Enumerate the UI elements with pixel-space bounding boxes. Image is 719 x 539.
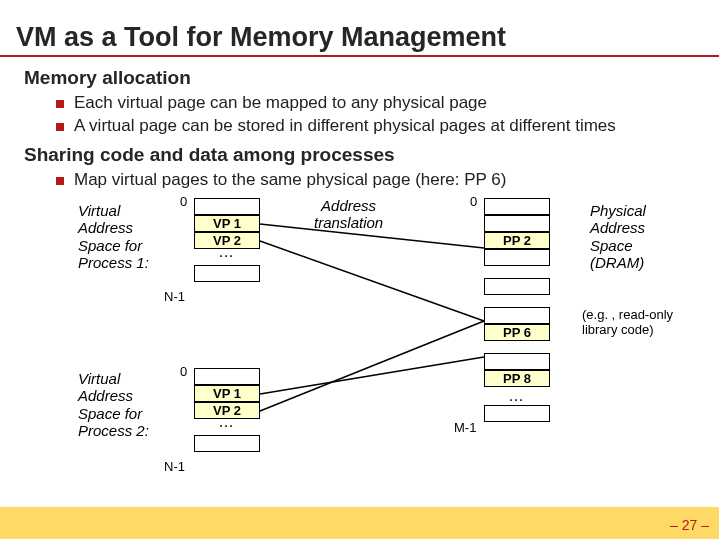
label-line: Virtual xyxy=(78,370,149,387)
label-line: Process 1: xyxy=(78,254,149,271)
bullet-square-icon xyxy=(56,177,64,185)
page-number: – 27 – xyxy=(670,517,709,533)
label-line: Space for xyxy=(78,237,149,254)
label-line: Address xyxy=(590,219,646,236)
label-line: Process 2: xyxy=(78,422,149,439)
footer-bar xyxy=(0,507,719,539)
bullet-text: Map virtual pages to the same physical p… xyxy=(74,170,506,190)
index-m1: M-1 xyxy=(454,420,476,435)
page-cell xyxy=(484,215,550,232)
page-cell xyxy=(484,249,550,266)
index-zero: 0 xyxy=(180,364,187,379)
page-cell xyxy=(484,198,550,215)
vas2-column: VP 1 VP 2 ... xyxy=(194,368,260,452)
svg-line-2 xyxy=(260,357,484,394)
index-n1: N-1 xyxy=(164,289,185,304)
page-cell-pp6: PP 6 xyxy=(484,324,550,341)
page-cell xyxy=(484,405,550,422)
ellipsis: ... xyxy=(194,419,260,429)
label-line: Address xyxy=(78,219,149,236)
address-translation-label: Address translation xyxy=(314,197,383,232)
label-line: library code) xyxy=(582,323,673,338)
diagram: Virtual Address Space for Process 1: 0 V… xyxy=(24,194,704,474)
index-zero: 0 xyxy=(180,194,187,209)
vas1-label: Virtual Address Space for Process 1: xyxy=(78,202,149,271)
ellipsis: ... xyxy=(484,393,550,403)
vas2-label: Virtual Address Space for Process 2: xyxy=(78,370,149,439)
index-zero: 0 xyxy=(470,194,477,209)
page-cell-vp1: VP 1 xyxy=(194,385,260,402)
page-cell xyxy=(194,368,260,385)
pas-label: Physical Address Space (DRAM) xyxy=(590,202,646,271)
bullet-square-icon xyxy=(56,123,64,131)
page-cell xyxy=(484,353,550,370)
vas1-column: VP 1 VP 2 ... xyxy=(194,198,260,282)
index-n1: N-1 xyxy=(164,459,185,474)
label-line: (e.g. , read-only xyxy=(582,308,673,323)
label-line: Space xyxy=(590,237,646,254)
svg-line-3 xyxy=(260,321,484,411)
section1-bullets: Each virtual page can be mapped to any p… xyxy=(56,93,719,136)
label-line: (DRAM) xyxy=(590,254,646,271)
page-cell-pp2: PP 2 xyxy=(484,232,550,249)
page-cell xyxy=(194,198,260,215)
page-cell xyxy=(484,307,550,324)
page-cell xyxy=(194,435,260,452)
section2-bullets: Map virtual pages to the same physical p… xyxy=(56,170,719,190)
slide-title: VM as a Tool for Memory Management xyxy=(0,0,719,57)
eg-label: (e.g. , read-only library code) xyxy=(582,308,673,338)
label-line: Physical xyxy=(590,202,646,219)
bullet-square-icon xyxy=(56,100,64,108)
label-line: Virtual xyxy=(78,202,149,219)
page-cell xyxy=(194,265,260,282)
bullet-text: Each virtual page can be mapped to any p… xyxy=(74,93,487,113)
label-line: translation xyxy=(314,214,383,231)
physical-column: PP 2 PP 6 PP 8 ... xyxy=(484,198,550,422)
label-line: Space for xyxy=(78,405,149,422)
bullet-text: A virtual page can be stored in differen… xyxy=(74,116,616,136)
svg-line-1 xyxy=(260,241,484,321)
ellipsis: ... xyxy=(194,249,260,259)
page-cell-pp8: PP 8 xyxy=(484,370,550,387)
section1-heading: Memory allocation xyxy=(24,67,719,89)
label-line: Address xyxy=(314,197,383,214)
page-cell xyxy=(484,278,550,295)
section2-heading: Sharing code and data among processes xyxy=(24,144,719,166)
page-cell-vp1: VP 1 xyxy=(194,215,260,232)
label-line: Address xyxy=(78,387,149,404)
